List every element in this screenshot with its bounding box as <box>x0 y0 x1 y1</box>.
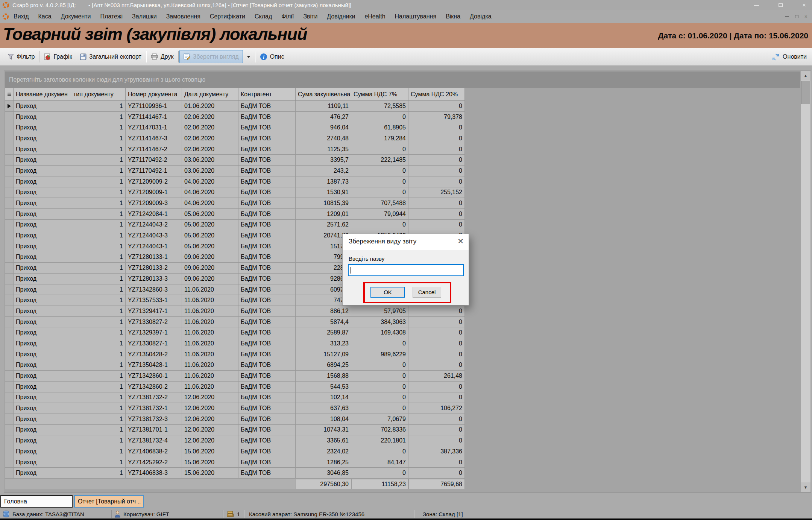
grid-row-3[interactable]: Приход1YZ71141467-302.06.2020БаДМ ТОВ274… <box>5 133 465 144</box>
grid-row-10[interactable]: Приход1YZ71242084-105.06.2020БаДМ ТОВ120… <box>5 209 465 220</box>
tab-report[interactable]: Отчет [Товарный отч .. <box>74 495 144 508</box>
menu-item-7[interactable]: Склад <box>255 13 272 20</box>
description-button[interactable]: i Опис <box>256 50 288 64</box>
grid-row-22[interactable]: Приход1YZ71330827-111.06.2020БаДМ ТОВ313… <box>5 338 465 349</box>
grid-row-6[interactable]: Приход1YZ71170492-103.06.2020БаДМ ТОВ243… <box>5 166 465 176</box>
column-header-0[interactable]: Название докумен <box>14 88 71 101</box>
menu-item-0[interactable]: Вихід <box>14 13 29 20</box>
grid-row-27[interactable]: Приход1YZ71381732-212.06.2020БаДМ ТОВ102… <box>5 392 465 403</box>
cell: 3046,85 <box>296 468 351 479</box>
menu-item-2[interactable]: Документи <box>61 13 91 20</box>
scroll-down-icon[interactable]: ▼ <box>801 482 810 492</box>
grid-row-25[interactable]: Приход1YZ71342860-111.06.2020БаДМ ТОВ156… <box>5 371 465 382</box>
column-header-3[interactable]: Дата документу <box>182 88 238 101</box>
export-label: Загальний експорт <box>89 53 141 60</box>
column-header-4[interactable]: Контрагент <box>238 88 296 101</box>
menu-item-14[interactable]: Довідка <box>470 13 492 20</box>
cell: YZ71280133-3 <box>126 274 182 284</box>
menu-item-4[interactable]: Залишки <box>132 13 157 20</box>
save-view-dropdown-icon[interactable] <box>247 56 250 58</box>
export-button[interactable]: Загальний експорт <box>76 50 145 64</box>
row-selector <box>5 327 14 338</box>
column-header-6[interactable]: Сумма НДС 7% <box>351 88 408 101</box>
save-view-button[interactable]: Зберегти вигляд <box>179 50 243 63</box>
grid-row-32[interactable]: Приход1YZ71406838-215.06.2020БаДМ ТОВ232… <box>5 446 465 457</box>
cell: 1 <box>71 457 126 468</box>
page-title: Товарний звіт (закупівля) локальний <box>3 24 307 44</box>
close-icon[interactable]: × <box>802 2 806 8</box>
row-selector <box>5 112 14 123</box>
grid-row-4[interactable]: Приход1YZ71141467-202.06.2020БаДМ ТОВ112… <box>5 144 465 155</box>
cell: 0 <box>408 144 465 155</box>
cell: 1 <box>71 414 126 425</box>
cell: Приход <box>14 349 71 360</box>
filter-button[interactable]: Фільтр <box>4 50 38 64</box>
grid-row-11[interactable]: Приход1YZ71244043-205.06.2020БаДМ ТОВ257… <box>5 220 465 231</box>
grid-row-28[interactable]: Приход1YZ71381732-112.06.2020БаДМ ТОВ637… <box>5 403 465 414</box>
row-selector <box>5 295 14 306</box>
scroll-up-icon[interactable]: ▲ <box>801 71 810 81</box>
refresh-label: Оновити <box>783 53 807 60</box>
minimize-icon[interactable] <box>754 5 759 6</box>
restore-icon[interactable] <box>779 3 783 7</box>
grid-row-31[interactable]: Приход1YZ71381732-412.06.2020БаДМ ТОВ336… <box>5 435 465 446</box>
grid-row-26[interactable]: Приход1YZ71342860-211.06.2020БаДМ ТОВ544… <box>5 382 465 392</box>
mdi-minimize-icon[interactable] <box>785 16 789 17</box>
menu-item-10[interactable]: Довідники <box>327 13 355 20</box>
grid-row-0[interactable]: Приход1YZ71109936-101.06.2020БаДМ ТОВ110… <box>5 101 465 112</box>
refresh-button[interactable]: Оновити <box>772 50 807 64</box>
grid-row-9[interactable]: Приход1YZ71209009-304.06.2020БаДМ ТОВ108… <box>5 198 465 209</box>
cell: 0 <box>351 403 408 414</box>
grid-row-33[interactable]: Приход1YZ71425292-215.06.2020БаДМ ТОВ128… <box>5 457 465 468</box>
cell: 1568,88 <box>296 371 351 382</box>
grid-row-21[interactable]: Приход1YZ71329397-111.06.2020БаДМ ТОВ258… <box>5 327 465 338</box>
column-header-1[interactable]: тип документу <box>71 88 126 101</box>
dialog-close-icon[interactable]: ✕ <box>457 237 464 245</box>
status-segment-2: 1 <box>226 509 240 519</box>
cell: БаДМ ТОВ <box>238 414 296 425</box>
menu-item-9[interactable]: Звіти <box>303 13 317 20</box>
cell: YZ71141467-2 <box>126 144 182 155</box>
column-header-2[interactable]: Номер документа <box>126 88 182 101</box>
column-chooser-icon[interactable] <box>5 88 14 101</box>
grid-row-19[interactable]: Приход1YZ71329417-111.06.2020БаДМ ТОВ886… <box>5 306 465 317</box>
menu-item-1[interactable]: Каса <box>38 13 52 20</box>
menu-item-12[interactable]: Налаштування <box>395 13 437 20</box>
menu-item-8[interactable]: Філії <box>281 13 294 20</box>
cell: Приход <box>14 220 71 231</box>
grid-row-5[interactable]: Приход1YZ71170492-203.06.2020БаДМ ТОВ339… <box>5 155 465 166</box>
menu-item-13[interactable]: Вікна <box>446 13 460 20</box>
user-icon <box>115 511 120 518</box>
scrollbar-thumb[interactable] <box>801 81 810 104</box>
grid-row-7[interactable]: Приход1YZ71209009-204.06.2020БаДМ ТОВ138… <box>5 176 465 187</box>
grid-row-34[interactable]: Приход1YZ71406838-315.06.2020БаДМ ТОВ304… <box>5 468 465 479</box>
group-by-panel[interactable]: Перетягніть заголовок колонки сюди для у… <box>5 71 800 88</box>
column-header-5[interactable]: Сума закупівельна <box>296 88 351 101</box>
svg-text:i: i <box>263 54 264 60</box>
tab-main[interactable]: Головна <box>0 495 73 508</box>
mdi-restore-icon[interactable] <box>795 15 798 18</box>
column-header-7[interactable]: Сумма НДС 20% <box>408 88 465 101</box>
grid-row-1[interactable]: Приход1YZ71141467-102.06.2020БаДМ ТОВ476… <box>5 112 465 123</box>
grid-row-24[interactable]: Приход1YZ71350428-111.06.2020БаДМ ТОВ689… <box>5 360 465 371</box>
cell: 3365,61 <box>296 435 351 446</box>
print-button[interactable]: Друк <box>147 50 178 64</box>
mdi-close-icon[interactable]: × <box>804 14 807 19</box>
grid-row-20[interactable]: Приход1YZ71330827-211.06.2020БаДМ ТОВ587… <box>5 317 465 328</box>
report-name-input[interactable] <box>348 264 464 276</box>
menu-item-6[interactable]: Сертифікати <box>210 13 245 20</box>
menu-item-11[interactable]: eHealth <box>364 13 385 20</box>
chart-button[interactable]: Графік <box>40 50 76 64</box>
grid-row-30[interactable]: Приход1YZ71381701-112.06.2020БаДМ ТОВ107… <box>5 425 465 436</box>
cell: 1 <box>71 338 126 349</box>
menu-item-3[interactable]: Платежі <box>100 13 123 20</box>
grid-row-29[interactable]: Приход1YZ71381732-312.06.2020БаДМ ТОВ108… <box>5 414 465 425</box>
cell: БаДМ ТОВ <box>238 284 296 295</box>
grid-row-8[interactable]: Приход1YZ71209009-104.06.2020БаДМ ТОВ153… <box>5 187 465 198</box>
toolbar-separator <box>146 51 146 62</box>
vertical-scrollbar[interactable]: ▲ ▼ <box>801 71 810 492</box>
grid-row-2[interactable]: Приход1YZ71147031-102.06.2020БаДМ ТОВ946… <box>5 122 465 133</box>
menu-item-5[interactable]: Замовлення <box>166 13 200 20</box>
grid-row-23[interactable]: Приход1YZ71350428-211.06.2020БаДМ ТОВ151… <box>5 349 465 360</box>
cell: 313,23 <box>296 338 351 349</box>
